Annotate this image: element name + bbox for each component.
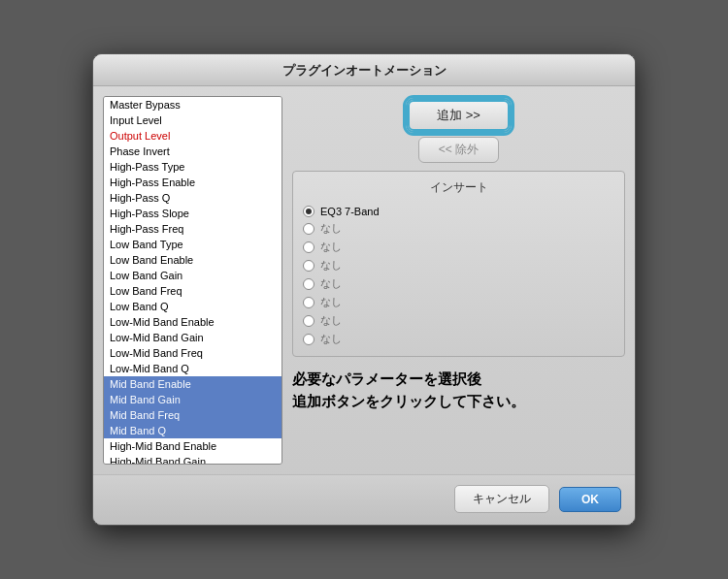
insert-section: インサート EQ3 7-Bandなしなしなしなしなしなしなし xyxy=(292,171,625,357)
right-panel: 追加 >> << 除外 インサート EQ3 7-Bandなしなしなしなしなしなし… xyxy=(292,96,625,465)
radio-button[interactable] xyxy=(303,315,314,327)
list-item[interactable]: Low Band Type xyxy=(104,237,281,252)
insert-item-label: なし xyxy=(320,258,342,273)
insert-item-label: なし xyxy=(320,295,342,309)
insert-item-label: なし xyxy=(320,221,342,236)
insert-item-label: EQ3 7-Band xyxy=(320,206,380,217)
insert-list: EQ3 7-Bandなしなしなしなしなしなしなし xyxy=(303,204,614,348)
list-item[interactable]: Low Band Enable xyxy=(104,252,281,268)
list-item[interactable]: Low-Mid Band Q xyxy=(104,361,281,376)
insert-label: インサート xyxy=(303,179,614,196)
list-item[interactable]: Phase Invert xyxy=(104,144,281,159)
list-item[interactable]: High-Pass Q xyxy=(104,190,281,206)
dialog-content: Master BypassInput LevelOutput LevelPhas… xyxy=(93,86,635,474)
list-item[interactable]: High-Mid Band Gain xyxy=(104,454,281,465)
list-item[interactable]: High-Pass Slope xyxy=(104,206,281,221)
list-item[interactable]: High-Pass Type xyxy=(104,159,281,175)
list-item[interactable]: Mid Band Q xyxy=(104,423,281,438)
list-item[interactable]: Master Bypass xyxy=(104,97,281,113)
list-item[interactable]: Mid Band Freq xyxy=(104,407,281,423)
insert-item-label: なし xyxy=(320,276,342,291)
list-item[interactable]: Mid Band Enable xyxy=(104,376,281,392)
list-item[interactable]: Low Band Gain xyxy=(104,268,281,283)
insert-item[interactable]: なし xyxy=(303,238,614,256)
radio-button[interactable] xyxy=(303,241,314,253)
radio-button[interactable] xyxy=(303,278,314,290)
list-item[interactable]: Mid Band Gain xyxy=(104,392,281,407)
list-item[interactable]: Low-Mid Band Freq xyxy=(104,345,281,361)
list-item[interactable]: Output Level xyxy=(104,128,281,144)
insert-item-label: なし xyxy=(320,332,342,346)
automation-dialog: プラグインオートメーション Master BypassInput LevelOu… xyxy=(92,53,636,526)
action-buttons: 追加 >> << 除外 xyxy=(292,100,625,163)
list-item[interactable]: Low Band Q xyxy=(104,299,281,314)
insert-item[interactable]: EQ3 7-Band xyxy=(303,204,614,219)
radio-button[interactable] xyxy=(303,223,314,235)
parameter-list[interactable]: Master BypassInput LevelOutput LevelPhas… xyxy=(103,96,282,465)
cancel-button[interactable]: キャンセル xyxy=(454,485,549,513)
radio-button[interactable] xyxy=(303,297,314,308)
list-item[interactable]: Low-Mid Band Gain xyxy=(104,330,281,345)
list-item[interactable]: High-Pass Freq xyxy=(104,221,281,237)
insert-item-label: なし xyxy=(320,313,342,328)
list-item[interactable]: Low Band Freq xyxy=(104,283,281,299)
insert-item[interactable]: なし xyxy=(303,219,614,238)
insert-item[interactable]: なし xyxy=(303,293,614,311)
list-item[interactable]: High-Mid Band Enable xyxy=(104,438,281,454)
remove-button[interactable]: << 除外 xyxy=(418,137,499,163)
insert-item[interactable]: なし xyxy=(303,274,614,293)
insert-item-label: なし xyxy=(320,240,342,254)
ok-button[interactable]: OK xyxy=(559,487,621,512)
insert-item[interactable]: なし xyxy=(303,311,614,330)
hint-text: 必要なパラメーターを選択後 追加ボタンをクリックして下さい。 xyxy=(292,369,625,412)
radio-button[interactable] xyxy=(303,334,314,345)
radio-button[interactable] xyxy=(303,260,314,272)
radio-button[interactable] xyxy=(303,206,314,217)
insert-item[interactable]: なし xyxy=(303,330,614,348)
list-item[interactable]: Low-Mid Band Enable xyxy=(104,314,281,330)
dialog-title: プラグインオートメーション xyxy=(93,54,635,86)
list-item[interactable]: High-Pass Enable xyxy=(104,175,281,190)
add-button[interactable]: 追加 >> xyxy=(408,100,510,131)
dialog-footer: キャンセル OK xyxy=(93,474,635,525)
list-item[interactable]: Input Level xyxy=(104,113,281,128)
insert-item[interactable]: なし xyxy=(303,256,614,274)
